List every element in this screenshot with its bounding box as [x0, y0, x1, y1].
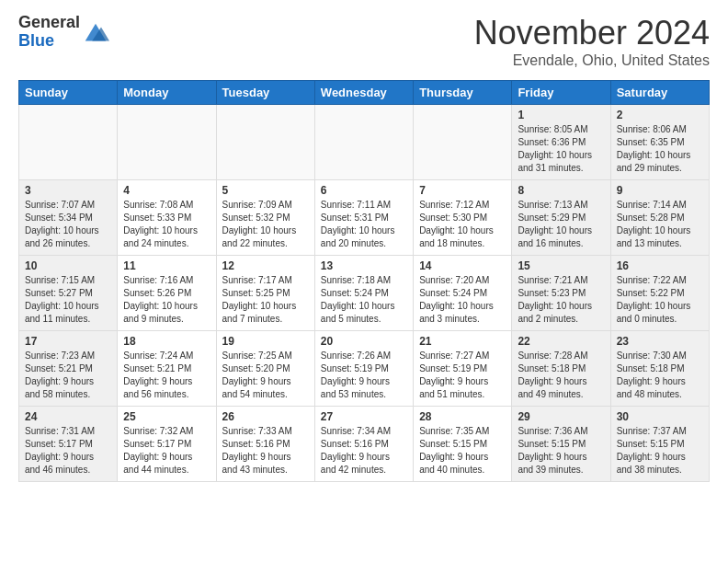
day-info: Sunrise: 7:17 AMSunset: 5:25 PMDaylight:… — [222, 274, 309, 326]
day-number: 12 — [222, 259, 309, 272]
calendar-cell: 13Sunrise: 7:18 AMSunset: 5:24 PMDayligh… — [314, 256, 413, 331]
calendar-cell: 8Sunrise: 7:13 AMSunset: 5:29 PMDaylight… — [512, 180, 610, 256]
calendar-cell: 21Sunrise: 7:27 AMSunset: 5:19 PMDayligh… — [414, 331, 512, 407]
day-number: 17 — [25, 335, 111, 348]
calendar-week-3: 10Sunrise: 7:15 AMSunset: 5:27 PMDayligh… — [19, 256, 710, 331]
day-info: Sunrise: 7:08 AMSunset: 5:33 PMDaylight:… — [123, 199, 210, 250]
calendar-cell: 19Sunrise: 7:25 AMSunset: 5:20 PMDayligh… — [216, 331, 314, 407]
calendar-cell: 28Sunrise: 7:35 AMSunset: 5:15 PMDayligh… — [414, 407, 512, 482]
calendar-week-4: 17Sunrise: 7:23 AMSunset: 5:21 PMDayligh… — [19, 331, 710, 407]
calendar-week-5: 24Sunrise: 7:31 AMSunset: 5:17 PMDayligh… — [19, 407, 710, 482]
day-number: 3 — [25, 184, 111, 197]
calendar-cell: 14Sunrise: 7:20 AMSunset: 5:24 PMDayligh… — [414, 256, 512, 331]
day-info: Sunrise: 7:36 AMSunset: 5:15 PMDaylight:… — [518, 425, 604, 477]
calendar-cell — [216, 105, 314, 180]
calendar-cell — [314, 105, 413, 180]
logo-icon — [82, 18, 109, 46]
day-number: 1 — [518, 109, 604, 121]
subtitle: Evendale, Ohio, United States — [474, 52, 710, 69]
day-info: Sunrise: 7:13 AMSunset: 5:29 PMDaylight:… — [518, 199, 604, 250]
calendar-week-1: 1Sunrise: 8:05 AMSunset: 6:36 PMDaylight… — [19, 105, 710, 180]
day-number: 11 — [123, 259, 210, 272]
day-number: 16 — [617, 259, 703, 272]
day-number: 30 — [617, 410, 703, 423]
logo-text: General Blue — [18, 14, 109, 51]
day-number: 15 — [518, 259, 604, 272]
calendar-cell: 25Sunrise: 7:32 AMSunset: 5:17 PMDayligh… — [118, 407, 216, 482]
header: General Blue November 2024 Evendale, Ohi… — [18, 14, 710, 69]
day-info: Sunrise: 7:20 AMSunset: 5:24 PMDaylight:… — [419, 274, 506, 326]
day-number: 8 — [518, 184, 604, 197]
calendar-header-row: SundayMondayTuesdayWednesdayThursdayFrid… — [19, 81, 710, 105]
day-number: 27 — [321, 410, 407, 423]
calendar-cell — [19, 105, 118, 180]
day-number: 24 — [25, 410, 111, 423]
day-info: Sunrise: 7:26 AMSunset: 5:19 PMDaylight:… — [321, 350, 407, 401]
calendar-cell: 2Sunrise: 8:06 AMSunset: 6:35 PMDaylight… — [610, 105, 709, 180]
calendar-cell: 11Sunrise: 7:16 AMSunset: 5:26 PMDayligh… — [118, 256, 216, 331]
day-info: Sunrise: 7:15 AMSunset: 5:27 PMDaylight:… — [25, 274, 111, 326]
day-number: 5 — [222, 184, 309, 197]
day-number: 10 — [25, 259, 111, 272]
day-info: Sunrise: 7:14 AMSunset: 5:28 PMDaylight:… — [617, 199, 703, 250]
day-info: Sunrise: 7:21 AMSunset: 5:23 PMDaylight:… — [518, 274, 604, 326]
calendar-header-friday: Friday — [512, 81, 610, 105]
calendar-cell: 23Sunrise: 7:30 AMSunset: 5:18 PMDayligh… — [610, 331, 709, 407]
day-number: 28 — [419, 410, 506, 423]
calendar-header-thursday: Thursday — [414, 81, 512, 105]
calendar-header-saturday: Saturday — [610, 81, 709, 105]
day-info: Sunrise: 7:24 AMSunset: 5:21 PMDaylight:… — [123, 350, 210, 401]
calendar-cell: 29Sunrise: 7:36 AMSunset: 5:15 PMDayligh… — [512, 407, 610, 482]
day-info: Sunrise: 7:34 AMSunset: 5:16 PMDaylight:… — [321, 425, 407, 477]
day-number: 29 — [518, 410, 604, 423]
calendar-header-wednesday: Wednesday — [314, 81, 413, 105]
main-title: November 2024 — [474, 14, 710, 52]
calendar-cell: 20Sunrise: 7:26 AMSunset: 5:19 PMDayligh… — [314, 331, 413, 407]
day-info: Sunrise: 7:09 AMSunset: 5:32 PMDaylight:… — [222, 199, 309, 250]
calendar-table: SundayMondayTuesdayWednesdayThursdayFrid… — [18, 80, 710, 482]
day-number: 13 — [321, 259, 407, 272]
calendar-cell: 1Sunrise: 8:05 AMSunset: 6:36 PMDaylight… — [512, 105, 610, 180]
day-info: Sunrise: 8:05 AMSunset: 6:36 PMDaylight:… — [518, 123, 604, 175]
day-number: 22 — [518, 335, 604, 348]
logo-blue: Blue — [18, 31, 54, 50]
calendar-header-tuesday: Tuesday — [216, 81, 314, 105]
day-info: Sunrise: 7:18 AMSunset: 5:24 PMDaylight:… — [321, 274, 407, 326]
day-number: 19 — [222, 335, 309, 348]
calendar-week-2: 3Sunrise: 7:07 AMSunset: 5:34 PMDaylight… — [19, 180, 710, 256]
calendar-header-sunday: Sunday — [19, 81, 118, 105]
calendar-cell: 15Sunrise: 7:21 AMSunset: 5:23 PMDayligh… — [512, 256, 610, 331]
day-number: 6 — [321, 184, 407, 197]
calendar-cell: 9Sunrise: 7:14 AMSunset: 5:28 PMDaylight… — [610, 180, 709, 256]
page: General Blue November 2024 Evendale, Ohi… — [0, 0, 728, 563]
day-number: 18 — [123, 335, 210, 348]
day-number: 20 — [321, 335, 407, 348]
day-info: Sunrise: 7:33 AMSunset: 5:16 PMDaylight:… — [222, 425, 309, 477]
day-number: 26 — [222, 410, 309, 423]
day-number: 4 — [123, 184, 210, 197]
day-info: Sunrise: 7:22 AMSunset: 5:22 PMDaylight:… — [617, 274, 703, 326]
day-info: Sunrise: 7:37 AMSunset: 5:15 PMDaylight:… — [617, 425, 703, 477]
day-info: Sunrise: 7:23 AMSunset: 5:21 PMDaylight:… — [25, 350, 111, 401]
day-number: 25 — [123, 410, 210, 423]
calendar-cell — [118, 105, 216, 180]
day-info: Sunrise: 7:07 AMSunset: 5:34 PMDaylight:… — [25, 199, 111, 250]
title-block: November 2024 Evendale, Ohio, United Sta… — [474, 14, 710, 69]
calendar-cell: 3Sunrise: 7:07 AMSunset: 5:34 PMDaylight… — [19, 180, 118, 256]
calendar-cell: 12Sunrise: 7:17 AMSunset: 5:25 PMDayligh… — [216, 256, 314, 331]
calendar-cell: 4Sunrise: 7:08 AMSunset: 5:33 PMDaylight… — [118, 180, 216, 256]
calendar-cell: 22Sunrise: 7:28 AMSunset: 5:18 PMDayligh… — [512, 331, 610, 407]
day-info: Sunrise: 7:27 AMSunset: 5:19 PMDaylight:… — [419, 350, 506, 401]
day-number: 2 — [617, 109, 703, 121]
calendar-cell: 5Sunrise: 7:09 AMSunset: 5:32 PMDaylight… — [216, 180, 314, 256]
day-info: Sunrise: 7:25 AMSunset: 5:20 PMDaylight:… — [222, 350, 309, 401]
day-info: Sunrise: 7:31 AMSunset: 5:17 PMDaylight:… — [25, 425, 111, 477]
calendar-cell: 27Sunrise: 7:34 AMSunset: 5:16 PMDayligh… — [314, 407, 413, 482]
day-info: Sunrise: 8:06 AMSunset: 6:35 PMDaylight:… — [617, 123, 703, 175]
day-number: 23 — [617, 335, 703, 348]
day-info: Sunrise: 7:32 AMSunset: 5:17 PMDaylight:… — [123, 425, 210, 477]
calendar-header-monday: Monday — [118, 81, 216, 105]
day-info: Sunrise: 7:16 AMSunset: 5:26 PMDaylight:… — [123, 274, 210, 326]
calendar-cell: 6Sunrise: 7:11 AMSunset: 5:31 PMDaylight… — [314, 180, 413, 256]
day-number: 9 — [617, 184, 703, 197]
